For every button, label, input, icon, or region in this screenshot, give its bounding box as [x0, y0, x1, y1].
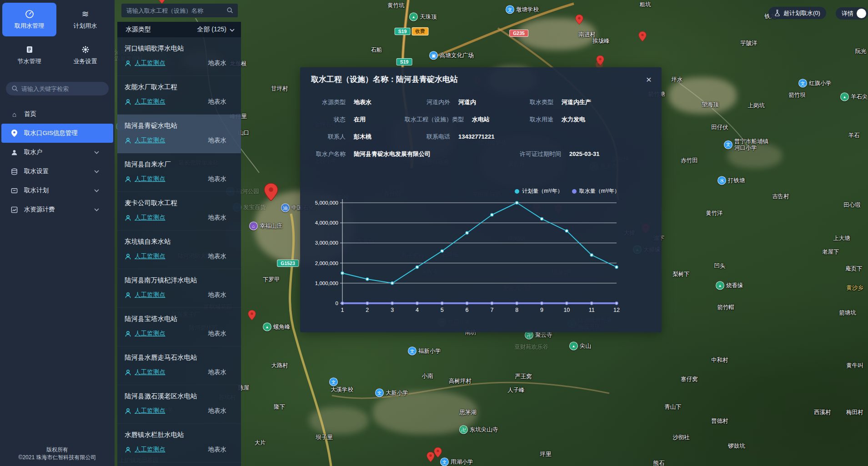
chevron-down-icon [230, 26, 235, 33]
field-label: 水源类型 [311, 98, 346, 106]
field-value: 河道内生产 [562, 98, 591, 106]
facility-list-item[interactable]: 陆河县自来水厂人工监测点地表水 [117, 153, 241, 192]
map-label: 文红旗小学 [798, 79, 832, 88]
detail-label: 详情 [842, 10, 853, 18]
map-label: 隆下 [274, 403, 286, 411]
school-map-icon: 文 [329, 378, 338, 386]
person-icon [125, 215, 131, 221]
facility-list-item[interactable]: 河口镇唱歌潭水电站人工监测点地表水 [117, 37, 241, 76]
road-badge: S19 [395, 28, 411, 35]
sidebar-menu-item-4[interactable]: 取水计划 [0, 181, 115, 200]
map-marker-pin[interactable] [264, 183, 278, 203]
map-label: ▲尖山 [569, 342, 591, 351]
facility-name: 水唇镇水栏肚水电站 [125, 430, 234, 439]
facility-list-item[interactable]: 东坑镇自来水站人工监测点地表水 [117, 230, 241, 269]
svg-text:1,000,000: 1,000,000 [315, 281, 338, 286]
facility-list-item[interactable]: 陆河县南万镇杞洋水电站人工监测点地表水 [117, 269, 241, 308]
module-label: 取用水管理 [15, 22, 44, 30]
facility-list-item[interactable]: 友能水厂取水工程人工监测点地表水 [117, 76, 241, 115]
map-marker-pin[interactable] [639, 31, 647, 43]
gas-map-icon: 油 [281, 204, 290, 212]
over-plan-intake-button[interactable]: 超计划取水(0) [768, 7, 826, 19]
map-label: 下罗甲 [263, 276, 280, 284]
school-map-icon: 文 [408, 347, 416, 356]
layers-icon [10, 168, 18, 175]
manual-monitor-link[interactable]: 人工监测点 [135, 175, 166, 183]
facility-list-item[interactable]: 陆河县水唇走马石水电站人工监测点地表水 [117, 346, 241, 385]
filter-dropdown[interactable]: 全部 (125) [197, 25, 235, 34]
sidebar-menu-item-1[interactable]: 取水口GIS信息管理 [1, 124, 113, 143]
person-icon [125, 369, 131, 376]
close-icon[interactable]: × [644, 73, 653, 86]
manual-monitor-link[interactable]: 人工监测点 [135, 368, 166, 376]
sidebar-search-input[interactable] [6, 82, 109, 95]
mount-map-icon: ▲ [840, 93, 849, 101]
field-pair: 联系电话13432771221 [405, 133, 520, 140]
water-source-type: 地表水 [208, 175, 227, 183]
manual-monitor-link[interactable]: 人工监测点 [135, 214, 166, 222]
svg-text:11: 11 [589, 307, 595, 313]
facility-name: 东坑镇自来水站 [125, 237, 234, 246]
search-icon[interactable] [226, 7, 233, 15]
map-label: 大片 [255, 439, 266, 447]
facility-search-input[interactable] [121, 4, 238, 17]
module-button-3[interactable]: 业务设置 [58, 38, 112, 72]
search-icon [11, 85, 18, 94]
svg-text:5: 5 [441, 307, 444, 313]
facility-list-item[interactable]: 陆河县宝塔水电站人工监测点地表水 [117, 308, 241, 346]
field-value: 在用 [354, 115, 366, 123]
menu-item-label: 取水户 [24, 148, 43, 156]
gear-icon [81, 45, 90, 54]
map-label: 庵页下 [845, 265, 863, 273]
manual-monitor-link[interactable]: 人工监测点 [135, 330, 166, 338]
sidebar-menu-item-0[interactable]: ⌂首页 [0, 105, 115, 124]
facility-list-item[interactable]: 陆河县激石溪老区水电站人工监测点地表水 [117, 385, 241, 424]
map-label: ▲天珠顶 [409, 13, 437, 21]
manual-monitor-link[interactable]: 人工监测点 [135, 98, 166, 106]
map-marker-pin[interactable] [434, 447, 442, 459]
svg-text:3,000,000: 3,000,000 [315, 240, 338, 246]
svg-text:1: 1 [341, 307, 344, 313]
map-label: ⌂幸福山庄 [249, 222, 282, 230]
detail-toggle-pill[interactable]: 详情 [836, 7, 868, 20]
sidebar-menu-item-2[interactable]: 取水户 [0, 143, 115, 162]
manual-monitor-link[interactable]: 人工监测点 [135, 291, 166, 299]
map-label: 上大塘 [833, 235, 850, 242]
field-label: 取水类型 [520, 98, 553, 106]
copyright-footer: 版权所有 ©2021 珠海市仁智科技有限公司 [0, 446, 115, 461]
module-button-0[interactable]: 取用水管理 [2, 3, 56, 36]
sidebar-menu-item-5[interactable]: 水资源计费 [0, 200, 115, 219]
facility-list-item[interactable]: 水唇镇水栏肚水电站人工监测点地表水 [117, 424, 241, 462]
module-button-1[interactable]: ≋计划用水 [58, 3, 112, 36]
manual-monitor-link[interactable]: 人工监测点 [135, 136, 166, 145]
school-map-icon: 文 [798, 79, 807, 88]
map-label: ▲烧香缘 [716, 281, 743, 290]
footer-line1: 版权所有 [0, 446, 115, 454]
facility-list-item[interactable]: 麦卡公司取水工程人工监测点地表水 [117, 192, 241, 230]
manual-monitor-link[interactable]: 人工监测点 [135, 59, 166, 67]
module-label: 节水管理 [18, 57, 41, 65]
detail-toggle-switch[interactable] [857, 9, 866, 18]
field-pair: 取水户名称陆河县青碇水电发展有限公司 [311, 150, 520, 158]
water-source-type: 地表水 [208, 446, 227, 454]
manual-monitor-link[interactable]: 人工监测点 [135, 252, 166, 261]
map-marker-pin[interactable] [427, 452, 435, 464]
map-label: 水打铁塘 [717, 176, 745, 185]
facility-list-item[interactable]: 陆河县青碇水电站人工监测点地表水 [117, 115, 241, 153]
map-label: 文大新小学 [375, 389, 408, 397]
map-marker-pin[interactable] [248, 310, 256, 322]
sidebar-menu-item-3[interactable]: 取水设置 [0, 162, 115, 181]
map-label: 坪里 [540, 451, 552, 458]
facility-name: 麦卡公司取水工程 [125, 198, 234, 207]
field-pair: 取水工程（设施）类型水电站 [405, 115, 520, 123]
manual-monitor-link[interactable]: 人工监测点 [135, 446, 166, 454]
menu-item-label: 取水计划 [24, 186, 49, 195]
doc-icon [25, 45, 34, 54]
facility-name: 陆河县南万镇杞洋水电站 [125, 276, 234, 285]
app-root: 黄竹坑▲天珠顶▣高塘文化广场文墩塘学校粗坑南进村挨垅峰芋陂洋阮光铁九石船龙颈根甘… [0, 0, 868, 466]
villa-map-icon: ⌂ [249, 222, 258, 230]
field-value: 2025-03-31 [569, 150, 600, 158]
map-marker-pin[interactable] [576, 15, 583, 26]
module-button-2[interactable]: 节水管理 [2, 38, 56, 72]
manual-monitor-link[interactable]: 人工监测点 [135, 407, 166, 415]
